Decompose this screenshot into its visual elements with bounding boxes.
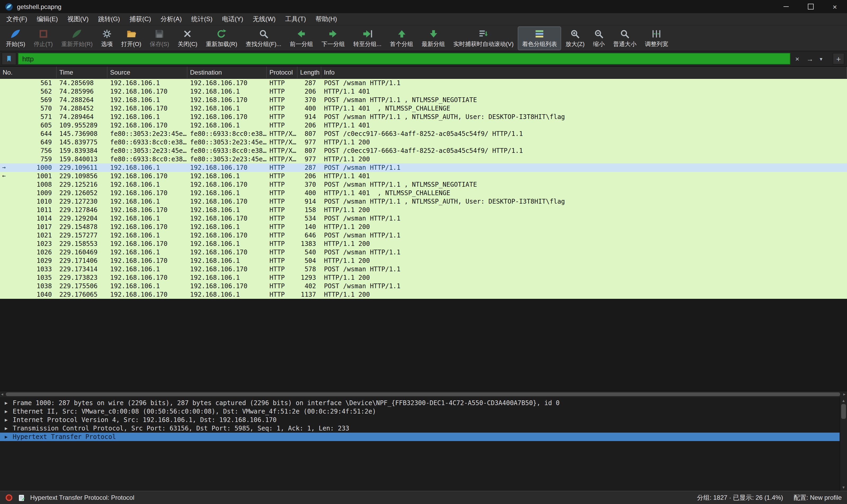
packet-row-1011[interactable]: 1011229.127846192.168.106.170192.168.106… <box>0 206 847 214</box>
expert-info-icon[interactable] <box>5 494 13 501</box>
cell-dst: 192.168.106.170 <box>187 265 267 273</box>
expander-icon[interactable]: ▶ <box>5 407 8 416</box>
close-button[interactable]: × <box>823 0 847 13</box>
packet-row-569[interactable]: 56974.288264192.168.106.1192.168.106.170… <box>0 96 847 104</box>
menu-analyze[interactable]: 分析(A) <box>156 13 187 25</box>
cell-dst: 192.168.106.1 <box>187 206 267 214</box>
scroll-left-icon[interactable]: ◂ <box>1 391 3 397</box>
auto-scroll-button[interactable]: 实时捕获时自动滚动(V) <box>450 27 517 50</box>
packet-row-605[interactable]: 605109.955289192.168.106.170192.168.106.… <box>0 121 847 130</box>
menu-help[interactable]: 帮助(H) <box>311 13 342 25</box>
column-header-time[interactable]: Time <box>57 67 107 78</box>
menu-capture[interactable]: 捕获(C) <box>125 13 156 25</box>
packet-row-1023[interactable]: 1023229.158553192.168.106.170192.168.106… <box>0 239 847 248</box>
packet-row-1038[interactable]: 1038229.175506192.168.106.1192.168.106.1… <box>0 282 847 290</box>
scroll-down-icon[interactable]: ▼ <box>840 485 847 490</box>
vscroll-thumb[interactable] <box>841 404 846 419</box>
packet-row-1033[interactable]: 1033229.173414192.168.106.1192.168.106.1… <box>0 265 847 273</box>
menu-wireless[interactable]: 无线(W) <box>248 13 280 25</box>
packet-row-644[interactable]: 644145.736908fe80::3053:2e23:45e…fe80::6… <box>0 130 847 138</box>
first-packet-button[interactable]: 首个分组 <box>386 27 417 50</box>
start-capture-button[interactable]: 开始(S) <box>2 27 29 50</box>
packet-row-759[interactable]: 759159.840013fe80::6933:8cc0:e38…fe80::3… <box>0 155 847 163</box>
cell-src: 192.168.106.170 <box>107 87 187 96</box>
detail-ethernet[interactable]: ▶Ethernet II, Src: VMware_c0:00:08 (00:5… <box>0 407 847 416</box>
expander-icon[interactable]: ▶ <box>5 416 8 424</box>
packet-row-1035[interactable]: 1035229.173823192.168.106.170192.168.106… <box>0 273 847 282</box>
packet-row-571[interactable]: 57174.289464192.168.106.1192.168.106.170… <box>0 113 847 121</box>
find-packet-button[interactable]: 查找分组(F)... <box>242 27 285 50</box>
column-header-no[interactable]: No. <box>0 67 57 78</box>
packet-row-1009[interactable]: 1009229.126052192.168.106.170192.168.106… <box>0 189 847 197</box>
packet-row-756[interactable]: 756159.839384fe80::3053:2e23:45e…fe80::6… <box>0 146 847 155</box>
column-header-length[interactable]: Length <box>297 67 321 78</box>
normal-size-button[interactable]: 普通大小 <box>609 27 640 50</box>
capture-options-button[interactable]: 选项 <box>98 27 117 50</box>
scroll-up-icon[interactable]: ▲ <box>840 398 847 403</box>
save-file-button[interactable]: 保存(S) <box>146 27 173 50</box>
detail-tcp[interactable]: ▶Transmission Control Protocol, Src Port… <box>0 424 847 433</box>
packet-row-1029[interactable]: 1029229.171406192.168.106.170192.168.106… <box>0 256 847 265</box>
column-header-destination[interactable]: Destination <box>187 67 267 78</box>
detail-ip[interactable]: ▶Internet Protocol Version 4, Src: 192.1… <box>0 416 847 424</box>
menu-tools[interactable]: 工具(T) <box>280 13 311 25</box>
expander-icon[interactable]: ▶ <box>5 399 8 407</box>
previous-packet-button[interactable]: 前一分组 <box>286 27 317 50</box>
column-header-source[interactable]: Source <box>107 67 187 78</box>
maximize-button[interactable] <box>798 0 823 13</box>
filter-dropdown-button[interactable]: ▾ <box>817 53 825 65</box>
scroll-right-icon[interactable]: ▸ <box>843 391 845 397</box>
profile-button[interactable]: 配置: New profile <box>794 493 842 502</box>
cell-len: 206 <box>297 121 321 130</box>
detail-frame[interactable]: ▶Frame 1000: 287 bytes on wire (2296 bit… <box>0 399 847 407</box>
vertical-scrollbar[interactable]: ▲ ▼ <box>840 397 847 491</box>
packet-row-1014[interactable]: 1014229.129204192.168.106.1192.168.106.1… <box>0 214 847 223</box>
packet-row-1040[interactable]: 1040229.176065192.168.106.170192.168.106… <box>0 290 847 299</box>
capture-comment-icon[interactable] <box>17 494 25 502</box>
filter-clear-button[interactable]: × <box>792 53 802 65</box>
column-header-info[interactable]: Info <box>321 67 847 78</box>
zoom-out-button[interactable]: 缩小 <box>589 27 608 50</box>
filter-add-button[interactable]: + <box>833 53 844 65</box>
packet-row-1000[interactable]: 1000→229.109611192.168.106.1192.168.106.… <box>0 163 847 172</box>
open-file-button[interactable]: 打开(O) <box>118 27 145 50</box>
colorize-packets-button[interactable]: 着色分组列表 <box>518 27 560 50</box>
menu-file[interactable]: 文件(F) <box>2 13 32 25</box>
packet-row-570[interactable]: 57074.288452192.168.106.170192.168.106.1… <box>0 104 847 113</box>
packet-row-649[interactable]: 649145.839775fe80::6933:8cc0:e38…fe80::3… <box>0 138 847 146</box>
expander-icon[interactable]: ▶ <box>5 424 8 433</box>
menu-view[interactable]: 视图(V) <box>63 13 93 25</box>
next-packet-button[interactable]: 下一分组 <box>318 27 349 50</box>
packet-row-1008[interactable]: 1008229.125216192.168.106.1192.168.106.1… <box>0 180 847 189</box>
menu-statistics[interactable]: 统计(S) <box>187 13 217 25</box>
packet-row-561[interactable]: 56174.285698192.168.106.1192.168.106.170… <box>0 79 847 87</box>
hscroll-thumb[interactable] <box>6 392 840 396</box>
restart-capture-button[interactable]: 重新开始(R) <box>57 27 96 50</box>
last-packet-button[interactable]: 最新分组 <box>418 27 449 50</box>
packet-row-1010[interactable]: 1010229.127230192.168.106.1192.168.106.1… <box>0 197 847 206</box>
menu-go[interactable]: 跳转(G) <box>93 13 125 25</box>
menu-edit[interactable]: 编辑(E) <box>32 13 63 25</box>
display-filter-input[interactable]: http <box>18 53 790 65</box>
packet-row-562[interactable]: 56274.285996192.168.106.170192.168.106.1… <box>0 87 847 96</box>
detail-http[interactable]: ▶Hypertext Transfer Protocol <box>0 433 847 441</box>
menu-telephony[interactable]: 电话(Y) <box>217 13 248 25</box>
close-file-button[interactable]: 关闭(C) <box>174 27 201 50</box>
filter-bookmark-button[interactable] <box>2 52 16 65</box>
expander-icon[interactable]: ▶ <box>5 433 8 441</box>
goto-packet-button[interactable]: 转至分组... <box>350 27 385 50</box>
stop-capture-button[interactable]: 停止(T) <box>30 27 56 50</box>
cell-proto: HTTP <box>267 96 297 104</box>
cell-dst: 192.168.106.170 <box>187 282 267 290</box>
packet-row-1017[interactable]: 1017229.154878192.168.106.170192.168.106… <box>0 223 847 231</box>
resize-columns-button[interactable]: 调整列宽 <box>641 27 672 50</box>
horizontal-scrollbar[interactable]: ◂ ▸ <box>0 391 847 397</box>
zoom-in-button[interactable]: 放大(Z) <box>562 27 588 50</box>
minimize-button[interactable] <box>774 0 798 13</box>
filter-apply-button[interactable]: → <box>804 53 816 65</box>
packet-row-1026[interactable]: 1026229.160469192.168.106.1192.168.106.1… <box>0 248 847 256</box>
column-header-protocol[interactable]: Protocol <box>267 67 297 78</box>
packet-row-1001[interactable]: 1001←229.109856192.168.106.170192.168.10… <box>0 172 847 180</box>
reload-file-button[interactable]: 重新加载(R) <box>202 27 241 50</box>
packet-row-1021[interactable]: 1021229.157277192.168.106.1192.168.106.1… <box>0 231 847 239</box>
